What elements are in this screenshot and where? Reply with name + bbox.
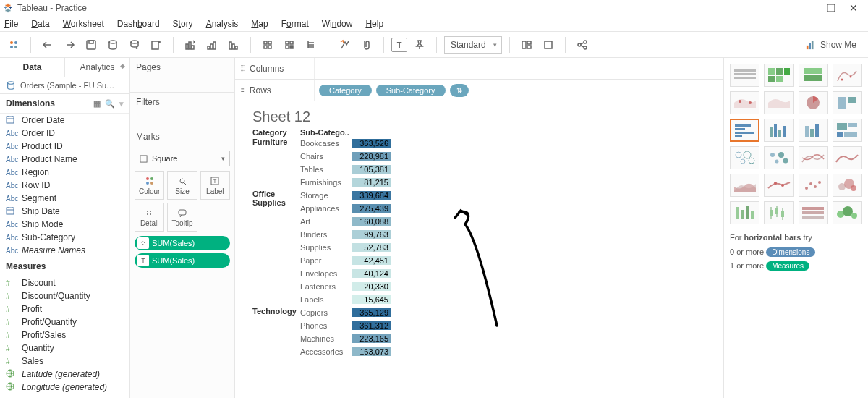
- marktype-dropdown[interactable]: Square: [135, 151, 230, 166]
- sort-desc-button[interactable]: [224, 35, 243, 54]
- redo-button[interactable]: [60, 35, 79, 54]
- dimension-row-id[interactable]: AbcRow ID: [0, 179, 129, 192]
- category-office-supplies[interactable]: OfficeSupplies: [252, 189, 300, 306]
- search-icon[interactable]: 🔍: [105, 99, 115, 109]
- menu-map[interactable]: Map: [251, 19, 268, 29]
- label-pill-sum-sales[interactable]: TSUM(Sales): [135, 253, 230, 268]
- row-accessories[interactable]: Accessories163,073: [300, 345, 391, 358]
- showme-thumb-9[interactable]: [764, 119, 793, 142]
- rows-shelf[interactable]: ≡Rows Category Sub-Category ⇅: [235, 80, 723, 101]
- menu-worksheet[interactable]: Worksheet: [63, 19, 104, 29]
- row-phones[interactable]: Phones361,312: [300, 319, 391, 332]
- row-envelopes[interactable]: Envelopes40,124: [300, 267, 391, 280]
- mark-tooltip[interactable]: Tooltip: [167, 203, 197, 232]
- measure-profit[interactable]: #Profit: [0, 302, 129, 316]
- group-button[interactable]: [302, 35, 320, 54]
- swap-button[interactable]: [181, 35, 200, 54]
- showme-thumb-6[interactable]: [799, 91, 828, 114]
- row-fasteners[interactable]: Fasteners20,330: [300, 280, 391, 293]
- datasource[interactable]: Orders (Sample - EU Su…: [0, 77, 129, 94]
- showme-thumb-14[interactable]: [799, 146, 828, 169]
- dimension-product-id[interactable]: AbcProduct ID: [0, 140, 129, 153]
- measure-discount[interactable]: #Discount: [0, 276, 129, 289]
- mark-size[interactable]: Size: [167, 171, 197, 200]
- showme-thumb-0[interactable]: [730, 64, 760, 87]
- row-bookcases[interactable]: Bookcases363,526: [300, 137, 391, 150]
- row-storage[interactable]: Storage339,684: [300, 189, 391, 202]
- color-pill-sum-sales[interactable]: ⁘SUM(Sales): [135, 236, 230, 250]
- tab-data[interactable]: Data: [0, 58, 65, 77]
- menu-story[interactable]: Story: [173, 19, 193, 29]
- maximize-button[interactable]: ❐: [827, 2, 836, 14]
- pin-button[interactable]: [410, 35, 429, 54]
- showme-thumb-3[interactable]: [833, 64, 862, 87]
- undo-button[interactable]: [38, 35, 57, 54]
- showme-thumb-5[interactable]: [764, 91, 793, 114]
- showme-thumb-17[interactable]: [764, 174, 793, 197]
- dimension-measure-names[interactable]: AbcMeasure Names: [0, 244, 129, 257]
- measure-latitude-generated-[interactable]: Latitude (generated): [0, 368, 129, 381]
- mark-colour[interactable]: Colour: [135, 171, 164, 200]
- measure-profit-sales[interactable]: #Profit/Sales: [0, 329, 129, 342]
- showme-thumb-1[interactable]: [764, 64, 793, 87]
- tab-analytics[interactable]: Analytics◆: [65, 58, 129, 77]
- row-paper[interactable]: Paper42,451: [300, 254, 391, 267]
- dimension-order-date[interactable]: Order Date: [0, 114, 129, 127]
- menu-window[interactable]: Window: [322, 19, 353, 29]
- view-toggle-icon[interactable]: ▦: [93, 99, 101, 109]
- menu-format[interactable]: Format: [281, 19, 309, 29]
- dimension-segment[interactable]: AbcSegment: [0, 192, 129, 205]
- row-art[interactable]: Art160,088: [300, 215, 391, 228]
- dimension-order-id[interactable]: AbcOrder ID: [0, 127, 129, 140]
- showme-thumb-23[interactable]: [833, 201, 862, 224]
- row-tables[interactable]: Tables105,381: [300, 163, 391, 176]
- totals-button[interactable]: [258, 35, 277, 54]
- category-furniture[interactable]: Furniture: [252, 137, 300, 189]
- minimize-button[interactable]: —: [804, 2, 814, 14]
- row-pill-category[interactable]: Category: [319, 85, 372, 96]
- dimension-product-name[interactable]: AbcProduct Name: [0, 153, 129, 166]
- row-machines[interactable]: Machines223,165: [300, 332, 391, 345]
- showme-thumb-22[interactable]: [799, 201, 828, 224]
- tableau-icon[interactable]: [4, 35, 23, 54]
- dimension-ship-date[interactable]: Ship Date: [0, 205, 129, 218]
- columns-shelf[interactable]: ⦙⦙⦙Columns: [235, 58, 723, 80]
- clip-button[interactable]: [357, 35, 376, 54]
- category-technology[interactable]: Technology: [252, 306, 300, 358]
- mark-label-button[interactable]: [336, 35, 354, 54]
- menu-analysis[interactable]: Analysis: [206, 19, 239, 29]
- mark-detail[interactable]: Detail: [135, 203, 164, 232]
- sort-asc-button[interactable]: [203, 35, 221, 54]
- sort-indicator[interactable]: ⇅: [450, 84, 469, 97]
- dimension-ship-mode[interactable]: AbcShip Mode: [0, 218, 129, 231]
- fit-dropdown[interactable]: Standard: [444, 36, 502, 54]
- menu-data[interactable]: Data: [31, 19, 49, 29]
- showme-thumb-15[interactable]: [833, 146, 862, 169]
- row-pill-subcategory[interactable]: Sub-Category: [376, 85, 446, 96]
- row-chairs[interactable]: Chairs228,981: [300, 150, 391, 163]
- row-supplies[interactable]: Supplies52,783: [300, 241, 391, 254]
- showme-thumb-20[interactable]: [730, 201, 760, 224]
- pages-card[interactable]: Pages: [130, 58, 234, 93]
- showme-toggle[interactable]: Show Me: [799, 37, 864, 53]
- showme-thumb-8[interactable]: [730, 119, 760, 142]
- showme-thumb-12[interactable]: [730, 146, 760, 169]
- showme-thumb-16[interactable]: [730, 174, 760, 197]
- measure-discount-quantity[interactable]: #Discount/Quantity: [0, 289, 129, 302]
- showme-thumb-2[interactable]: [799, 64, 828, 87]
- row-appliances[interactable]: Appliances275,439: [300, 202, 391, 215]
- menu-file[interactable]: File: [4, 19, 18, 29]
- sheet-title[interactable]: Sheet 12: [235, 101, 723, 128]
- new-datasource-button[interactable]: [103, 35, 122, 54]
- showme-thumb-7[interactable]: [833, 91, 862, 114]
- row-copiers[interactable]: Copiers365,129: [300, 306, 391, 319]
- textbox-button[interactable]: T: [391, 38, 407, 52]
- row-furnishings[interactable]: Furnishings81,215: [300, 176, 391, 189]
- menu-help[interactable]: Help: [365, 19, 383, 29]
- new-sheet-button[interactable]: [147, 35, 166, 54]
- row-binders[interactable]: Binders99,763: [300, 228, 391, 241]
- showme-thumb-13[interactable]: [764, 146, 793, 169]
- menu-dashboard[interactable]: Dashboard: [117, 19, 160, 29]
- filters-card[interactable]: Filters: [130, 93, 234, 127]
- presentation-button[interactable]: [517, 35, 536, 54]
